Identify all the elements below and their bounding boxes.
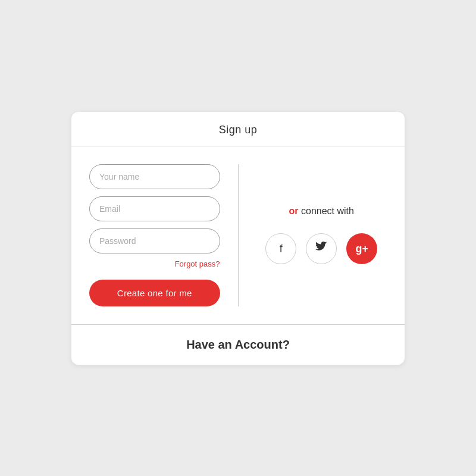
facebook-button[interactable]: f	[265, 233, 296, 264]
twitter-button[interactable]	[306, 233, 337, 264]
forgot-pass-container: Forgot pass?	[89, 258, 220, 269]
create-button[interactable]: Create one for me	[89, 280, 220, 306]
forgot-pass-link[interactable]: Forgot pass?	[175, 259, 220, 268]
card-body: Forgot pass? Create one for me or connec…	[71, 146, 405, 325]
card-footer: Have an Account?	[71, 325, 405, 365]
twitter-icon	[315, 242, 327, 256]
signup-card: Sign up Forgot pass? Create one for me o…	[71, 112, 405, 365]
email-input[interactable]	[89, 196, 220, 221]
password-input[interactable]	[89, 228, 220, 253]
google-button[interactable]: g+	[346, 233, 377, 264]
or-text: or	[289, 206, 299, 216]
card-header: Sign up	[71, 112, 405, 146]
connect-text: connect with	[301, 206, 354, 216]
page-title: Sign up	[219, 124, 258, 136]
google-icon: g+	[355, 243, 368, 255]
social-section: or connect with f g+	[239, 164, 387, 306]
connect-label: or connect with	[289, 206, 354, 217]
name-input[interactable]	[89, 164, 220, 189]
have-account-label: Have an Account?	[186, 338, 290, 351]
facebook-icon: f	[280, 243, 283, 255]
social-icons-row: f g+	[265, 233, 377, 264]
form-section: Forgot pass? Create one for me	[89, 164, 239, 306]
